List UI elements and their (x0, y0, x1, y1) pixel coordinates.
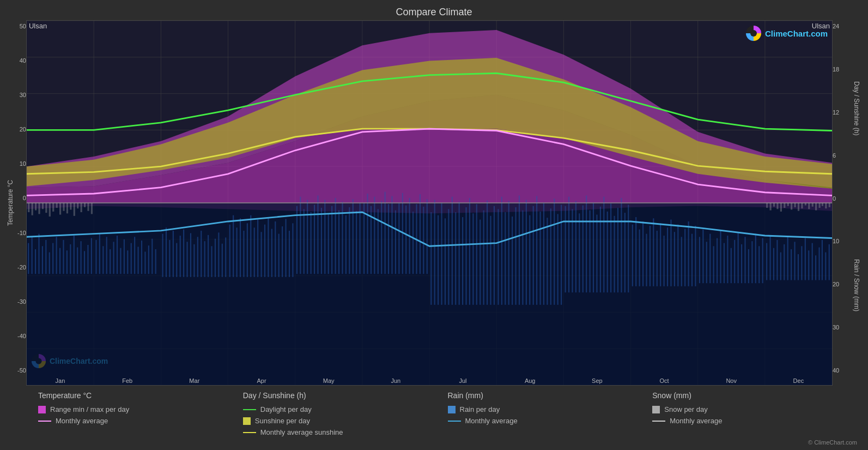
svg-rect-40 (59, 248, 60, 274)
svg-rect-44 (74, 236, 75, 274)
svg-rect-45 (77, 248, 78, 274)
svg-rect-231 (737, 232, 738, 283)
svg-rect-116 (331, 206, 332, 274)
svg-rect-46 (80, 241, 81, 274)
svg-rect-214 (677, 225, 678, 286)
x-label-nov: Nov (698, 377, 765, 384)
svg-rect-207 (653, 218, 654, 286)
svg-rect-56 (117, 236, 118, 274)
svg-rect-274 (80, 203, 82, 212)
svg-rect-252 (812, 243, 813, 280)
svg-rect-150 (452, 197, 453, 305)
svg-rect-96 (260, 232, 262, 277)
svg-rect-31 (28, 243, 29, 274)
svg-rect-32 (31, 237, 32, 274)
x-axis-labels: Jan Feb Mar Apr May Jun Jul Aug Sep Oct … (27, 377, 832, 384)
svg-rect-270 (66, 203, 68, 213)
svg-rect-169 (519, 195, 520, 304)
svg-rect-76 (190, 233, 191, 277)
legend-label-sunshine-avg: Monthly average sunshine (260, 428, 343, 436)
svg-rect-108 (304, 209, 305, 274)
svg-rect-34 (38, 234, 39, 274)
svg-rect-248 (798, 254, 799, 280)
svg-rect-115 (328, 213, 329, 274)
svg-rect-280 (773, 203, 775, 207)
svg-rect-81 (208, 235, 209, 277)
svg-rect-243 (780, 253, 781, 280)
chart-svg (27, 21, 832, 385)
legend-swatch-sunshine (243, 417, 251, 425)
legend-title-sunshine: Day / Sunshine (h) (243, 391, 448, 400)
svg-rect-112 (317, 195, 318, 274)
svg-rect-63 (141, 241, 142, 274)
svg-rect-190 (593, 202, 594, 292)
x-label-apr: Apr (228, 377, 295, 384)
svg-rect-235 (751, 241, 752, 283)
legend-line-sunshine-avg (243, 432, 256, 433)
svg-rect-66 (151, 239, 153, 274)
svg-rect-203 (639, 230, 640, 286)
svg-rect-283 (784, 203, 785, 208)
svg-rect-141 (420, 194, 421, 274)
svg-rect-192 (600, 207, 601, 292)
svg-rect-51 (99, 234, 100, 274)
svg-rect-241 (773, 248, 774, 280)
svg-rect-152 (459, 202, 460, 305)
svg-rect-195 (610, 203, 611, 292)
legend-title-rain: Rain (mm) (448, 391, 653, 400)
svg-rect-35 (42, 246, 43, 274)
svg-rect-251 (808, 250, 809, 280)
svg-rect-118 (338, 211, 339, 274)
svg-rect-113 (321, 208, 322, 274)
legend-swatch-snow (652, 406, 660, 413)
svg-rect-183 (568, 197, 569, 292)
svg-rect-131 (384, 192, 385, 274)
svg-rect-181 (561, 205, 562, 304)
svg-rect-173 (533, 206, 534, 305)
svg-rect-80 (204, 241, 205, 277)
svg-rect-77 (193, 244, 195, 277)
svg-rect-287 (798, 203, 799, 211)
svg-rect-236 (755, 234, 756, 284)
svg-rect-88 (233, 215, 234, 277)
svg-rect-222 (706, 242, 707, 283)
svg-rect-225 (717, 238, 718, 284)
svg-rect-288 (801, 203, 803, 208)
svg-rect-227 (724, 243, 725, 284)
svg-rect-159 (483, 211, 484, 305)
svg-rect-257 (829, 244, 830, 280)
x-label-jan: Jan (27, 377, 94, 384)
legend-line-daylight (243, 409, 256, 410)
svg-rect-293 (818, 203, 820, 208)
svg-rect-285 (791, 203, 792, 209)
right-axis-label-sunshine: Day / Sunshine (h) (852, 20, 861, 197)
legend-label-sunshine-day: Sunshine per day (255, 417, 310, 425)
legend-label-rain-day: Rain per day (460, 405, 500, 413)
svg-rect-90 (240, 218, 241, 277)
svg-rect-272 (74, 203, 75, 216)
legend-col-temperature: Temperature °C Range min / max per day M… (38, 391, 243, 436)
svg-rect-166 (508, 201, 509, 305)
x-label-jul: Jul (429, 377, 496, 384)
chart-canvas: Ulsan Ulsan ClimeChart.com (26, 20, 833, 386)
svg-rect-128 (374, 197, 375, 274)
svg-rect-198 (621, 198, 622, 292)
svg-rect-256 (825, 253, 826, 280)
svg-rect-212 (670, 220, 671, 286)
svg-rect-163 (497, 209, 499, 304)
svg-rect-89 (236, 227, 237, 277)
svg-rect-114 (324, 200, 325, 274)
svg-rect-275 (84, 203, 86, 207)
svg-rect-121 (349, 207, 350, 274)
svg-rect-39 (56, 237, 57, 274)
svg-rect-267 (56, 203, 57, 208)
right-axis-label-rain: Rain / Snow (mm) (852, 197, 861, 374)
svg-rect-75 (186, 242, 187, 277)
svg-rect-177 (547, 218, 548, 305)
svg-rect-98 (268, 217, 269, 277)
svg-rect-146 (438, 215, 439, 305)
svg-rect-172 (529, 215, 530, 305)
svg-rect-249 (801, 246, 802, 280)
svg-rect-143 (427, 199, 428, 274)
svg-rect-103 (285, 219, 286, 277)
